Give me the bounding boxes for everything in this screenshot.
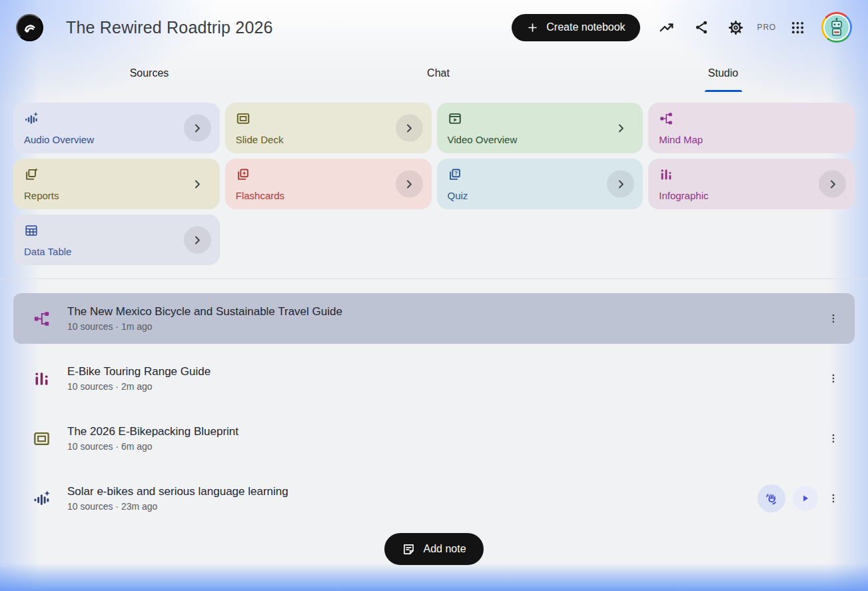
mind-map-icon xyxy=(659,111,673,126)
tool-label: Mind Map xyxy=(659,134,703,145)
create-notebook-button[interactable]: Create notebook xyxy=(512,14,640,41)
artifact-title: Solar e-bikes and serious language learn… xyxy=(67,485,288,498)
tab-chat-label: Chat xyxy=(427,67,450,79)
audio-waveform-sparkle-icon xyxy=(24,111,39,126)
quiz-open-chevron[interactable] xyxy=(607,171,634,198)
share-button[interactable] xyxy=(684,13,719,42)
studio-tools-grid: Audio Overview Slide Deck xyxy=(0,92,868,265)
artifact-meta: 10 sources · 6m ago xyxy=(67,441,238,452)
artifact-title: E-Bike Touring Range Guide xyxy=(67,365,211,378)
artifact-meta: 10 sources · 2m ago xyxy=(67,381,211,392)
row-actions xyxy=(825,365,848,392)
artifact-title: The 2026 E-Bikepacking Blueprint xyxy=(67,425,238,438)
audio-waveform-icon xyxy=(33,490,51,508)
slide-deck-icon xyxy=(236,111,250,126)
chevron-right-icon xyxy=(191,121,204,135)
tool-label: Flashcards xyxy=(236,190,284,201)
slide-deck-icon xyxy=(33,430,51,448)
add-note-container: Add note xyxy=(0,533,868,565)
artifact-row-infographic[interactable]: E-Bike Touring Range Guide 10 sources · … xyxy=(13,353,855,404)
artifact-text: The New Mexico Bicycle and Sustainable T… xyxy=(67,305,342,332)
infographic-open-chevron[interactable] xyxy=(819,171,846,198)
chevron-right-icon xyxy=(614,121,628,135)
artifact-text: Solar e-bikes and serious language learn… xyxy=(67,485,288,512)
app-header: The Rewired Roadtrip 2026 Create noteboo… xyxy=(0,0,868,55)
tab-sources-label: Sources xyxy=(130,67,169,79)
tool-card-mind-map[interactable]: Mind Map xyxy=(648,103,855,153)
header-actions: Create notebook xyxy=(512,12,852,43)
note-icon xyxy=(402,542,416,556)
chevron-right-icon xyxy=(191,233,204,247)
artifact-meta: 10 sources · 1m ago xyxy=(67,321,342,332)
infographic-icon xyxy=(33,370,51,388)
tool-label: Slide Deck xyxy=(236,134,284,145)
interactive-mode-button[interactable] xyxy=(757,484,785,512)
artifact-title: The New Mexico Bicycle and Sustainable T… xyxy=(67,305,342,318)
artifact-meta: 10 sources · 23m ago xyxy=(67,501,288,512)
slide-deck-open-chevron[interactable] xyxy=(396,115,423,142)
infographic-icon xyxy=(659,167,673,182)
data-table-open-chevron[interactable] xyxy=(184,227,211,254)
tool-label: Audio Overview xyxy=(24,134,94,145)
chevron-right-icon xyxy=(826,177,839,191)
tab-studio[interactable]: Studio xyxy=(578,55,868,92)
play-audio-button[interactable] xyxy=(793,486,818,511)
chevron-right-icon xyxy=(614,177,628,191)
tool-card-flashcards[interactable]: Flashcards xyxy=(225,159,432,209)
notebook-title[interactable]: The Rewired Roadtrip 2026 xyxy=(66,18,273,37)
reports-open-chevron[interactable] xyxy=(184,171,211,198)
tool-card-video-overview[interactable]: Video Overview xyxy=(437,103,644,153)
flashcards-icon xyxy=(236,167,250,182)
tool-label: Reports xyxy=(24,190,59,201)
account-avatar[interactable] xyxy=(821,12,852,43)
chevron-right-icon xyxy=(191,177,204,191)
trending-up-icon xyxy=(658,19,675,36)
tool-card-reports[interactable]: Reports xyxy=(13,159,220,209)
artifact-text: The 2026 E-Bikepacking Blueprint 10 sour… xyxy=(67,425,238,452)
pro-badge: PRO xyxy=(757,23,776,32)
audio-overview-open-chevron[interactable] xyxy=(184,115,211,142)
artifact-menu-button[interactable] xyxy=(825,305,841,332)
plus-icon xyxy=(526,21,539,34)
quiz-icon: ? xyxy=(448,167,462,182)
svg-text:?: ? xyxy=(454,171,458,177)
tool-card-slide-deck[interactable]: Slide Deck xyxy=(225,103,432,153)
chevron-right-icon xyxy=(402,121,416,135)
tool-card-audio-overview[interactable]: Audio Overview xyxy=(13,103,220,153)
logo-wave-icon xyxy=(21,19,39,36)
avatar-robot-image xyxy=(823,14,850,41)
create-notebook-label: Create notebook xyxy=(546,21,625,33)
video-overview-icon xyxy=(448,111,462,126)
settings-button[interactable] xyxy=(719,13,753,42)
tool-card-infographic[interactable]: Infographic xyxy=(648,159,855,209)
notebooklm-app: The Rewired Roadtrip 2026 Create noteboo… xyxy=(0,0,868,591)
video-overview-open-chevron[interactable] xyxy=(607,115,634,142)
play-icon xyxy=(799,492,812,505)
tab-sources[interactable]: Sources xyxy=(0,55,298,92)
artifact-row-audio[interactable]: Solar e-bikes and serious language learn… xyxy=(13,473,855,524)
row-actions xyxy=(757,484,848,512)
data-table-icon xyxy=(24,223,39,238)
artifact-menu-button[interactable] xyxy=(825,425,841,452)
tab-studio-label: Studio xyxy=(708,67,738,79)
wave-hand-icon xyxy=(764,491,779,506)
row-actions xyxy=(825,425,848,452)
tool-card-quiz[interactable]: ? Quiz xyxy=(437,159,644,209)
notebooklm-logo[interactable] xyxy=(16,14,43,41)
flashcards-open-chevron[interactable] xyxy=(396,171,423,198)
tool-label: Quiz xyxy=(448,190,468,201)
artifact-menu-button[interactable] xyxy=(825,365,841,392)
kebab-menu-icon xyxy=(827,372,839,384)
tool-label: Infographic xyxy=(659,190,708,201)
artifact-row-slide-deck[interactable]: The 2026 E-Bikepacking Blueprint 10 sour… xyxy=(13,413,855,464)
tool-card-data-table[interactable]: Data Table xyxy=(13,215,220,265)
tab-chat[interactable]: Chat xyxy=(298,55,578,92)
analytics-button[interactable] xyxy=(650,13,684,42)
add-note-button[interactable]: Add note xyxy=(384,533,483,565)
google-apps-button[interactable] xyxy=(780,13,815,42)
artifact-list: The New Mexico Bicycle and Sustainable T… xyxy=(0,279,868,524)
tool-label: Data Table xyxy=(24,246,71,257)
artifact-menu-button[interactable] xyxy=(825,485,841,512)
artifact-row-mind-map[interactable]: The New Mexico Bicycle and Sustainable T… xyxy=(13,293,855,344)
gear-icon xyxy=(727,19,744,36)
